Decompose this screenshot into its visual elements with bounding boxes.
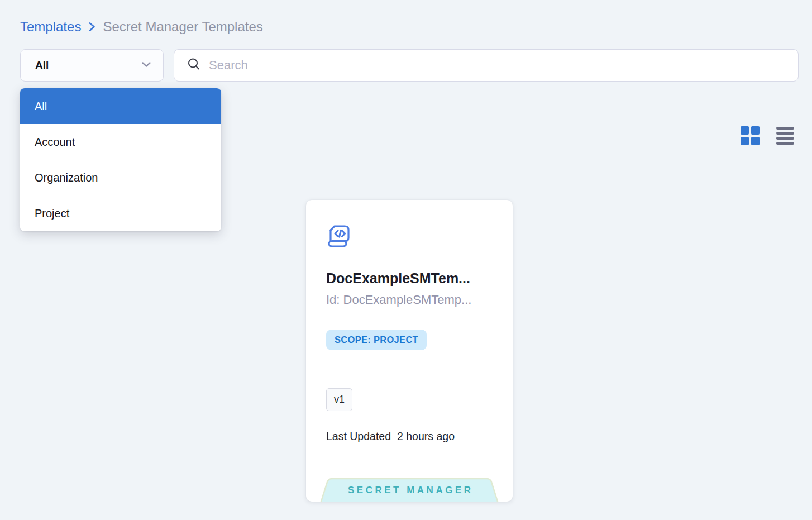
scope-badge: SCOPE: PROJECT <box>326 330 427 350</box>
scope-filter-selected-value: All <box>35 59 141 71</box>
template-card[interactable]: DocExampleSMTem... Id: DocExampleSMTemp.… <box>306 200 513 502</box>
last-updated-label: Last Updated <box>326 430 391 443</box>
last-updated-row: Last Updated 2 hours ago <box>326 430 455 443</box>
scope-option-account[interactable]: Account <box>20 124 221 160</box>
search-icon <box>187 57 201 74</box>
template-code-icon <box>326 223 353 251</box>
template-type-ribbon: SECRET MANAGER <box>320 477 499 502</box>
scope-option-project[interactable]: Project <box>20 195 221 231</box>
view-toggle-group <box>741 126 794 145</box>
chevron-right-icon <box>88 21 96 32</box>
scope-filter-select[interactable]: All <box>20 49 164 82</box>
list-view-icon[interactable] <box>776 127 794 145</box>
last-updated-value: 2 hours ago <box>397 430 455 443</box>
breadcrumb-templates-link[interactable]: Templates <box>20 19 81 35</box>
template-identifier: Id: DocExampleSMTemp... <box>326 293 496 307</box>
secret-manager-templates-page: { "breadcrumb": { "link_label": "Templat… <box>0 0 812 520</box>
card-divider <box>326 369 494 369</box>
version-badge: v1 <box>326 388 352 411</box>
breadcrumb: Templates Secret Manager Templates <box>20 19 263 35</box>
scope-filter-menu: All Account Organization Project <box>20 88 221 231</box>
scope-option-organization[interactable]: Organization <box>20 160 221 195</box>
search-input[interactable] <box>209 58 788 73</box>
scope-option-all[interactable]: All <box>20 88 221 124</box>
breadcrumb-current-page: Secret Manager Templates <box>103 19 262 35</box>
template-type-label: SECRET MANAGER <box>320 485 499 496</box>
template-title: DocExampleSMTem... <box>326 270 496 287</box>
grid-view-icon[interactable] <box>741 126 760 145</box>
search-bar <box>174 49 799 82</box>
chevron-down-icon <box>141 60 152 70</box>
